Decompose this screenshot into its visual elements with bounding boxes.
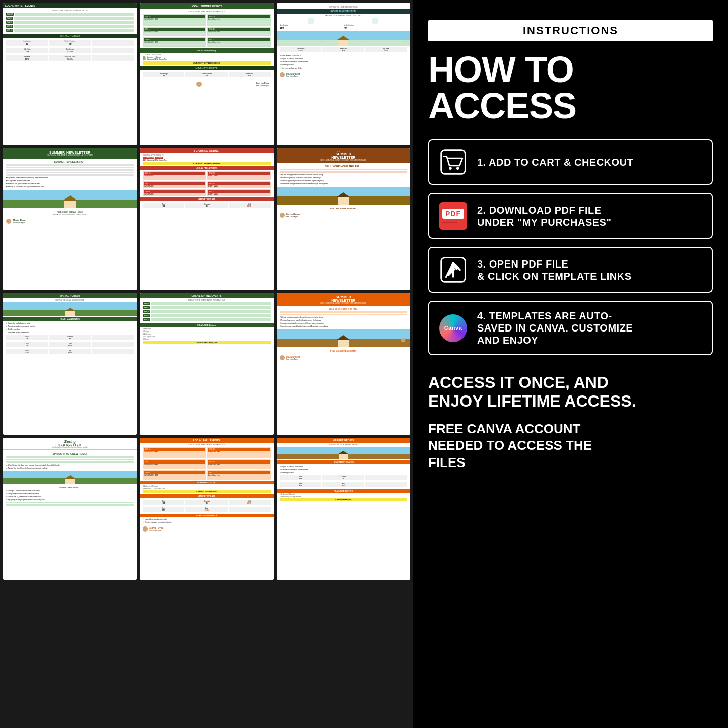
preview-card-fall-listing: FEATURED LISTING COLONIAL DRIVE, TOWN, T…: [140, 148, 273, 290]
svg-point-2: [456, 167, 459, 170]
step-4-text: 4. TEMPLATES ARE AUTO- SAVED IN CANVA. C…: [477, 310, 633, 346]
step-4-box: Canva 4. TEMPLATES ARE AUTO- SAVED IN CA…: [428, 301, 713, 355]
preview-card-local-fall-events2: LOCAL FALL EVENTS JOIN US TO THE SEASONA…: [140, 438, 273, 580]
main-title: HOW TO ACCESS: [428, 51, 713, 124]
step-1-text: 1. ADD TO CART & CHECKOUT: [477, 156, 633, 168]
preview-card-home-maintenance: SERVING THE LOCAL NEIGHBORHOOD HOME MAIN…: [277, 3, 410, 145]
preview-card-summer-newsletter: SUMMER NEWSLETTER YOUR LOCAL REAL ESTATE…: [3, 148, 137, 290]
instructions-header: INSTRUCTIONS: [428, 20, 713, 41]
canva-note-text: FREE CANVA ACCOUNT NEEDED TO ACCESS THE …: [428, 421, 713, 472]
left-panel: LOCAL WINTER EVENTS JOIN US TO THE SEASO…: [0, 0, 413, 728]
step-2-text: 2. DOWNLOAD PDF FILE UNDER "MY PURCHASES…: [477, 204, 611, 228]
preview-card-extra: MARKET UPDATE SERVING THE LOCAL NEIGHBOR…: [277, 438, 410, 580]
svg-point-1: [449, 167, 452, 170]
cart-icon: [439, 148, 467, 176]
step-2-box: PDF 2. DOWNLOAD PDF FILE UNDER "MY PURCH…: [428, 193, 713, 239]
preview-card-autumn-newsletter: SUMMER NEWSLETTER YOUR LOCAL REAL ESTATE…: [277, 293, 410, 435]
pdf-icon: PDF: [439, 202, 467, 230]
step-3-box: 3. OPEN PDF FILE & CLICK ON TEMPLATE LIN…: [428, 247, 713, 293]
preview-card-market-small: MARKET Update SERVING THE LOCAL NEIGHBOR…: [3, 293, 137, 435]
preview-card-fall-newsletter: ⋅ ⋅ ⋅ ⋅ ⋅ ⋅ ⋅ SUMMER NEWSLETTER YOUR LOC…: [277, 148, 410, 290]
canva-icon: Canva: [439, 314, 467, 342]
preview-card-winter: LOCAL WINTER EVENTS JOIN US TO THE SEASO…: [3, 3, 137, 145]
step-3-text: 3. OPEN PDF FILE & CLICK ON TEMPLATE LIN…: [477, 258, 632, 282]
step-1-box: 1. ADD TO CART & CHECKOUT: [428, 139, 713, 185]
preview-card-spring-newsletter: Spring NEWSLETTER Your Local Real Estate…: [3, 438, 137, 580]
right-panel: INSTRUCTIONS HOW TO ACCESS 1. ADD TO CAR…: [413, 0, 728, 728]
arrow-icon: [439, 256, 467, 284]
preview-card-spring-events: LOCAL SPRING EVENTS JOIN US TO THE SEASO…: [140, 293, 273, 435]
preview-card-summer-events: LOCAL SUMMER EVENTS JOIN US TO THE SEASO…: [140, 3, 273, 145]
lifetime-access-text: ACCESS IT ONCE, AND ENJOY LIFETIME ACCES…: [428, 373, 713, 411]
